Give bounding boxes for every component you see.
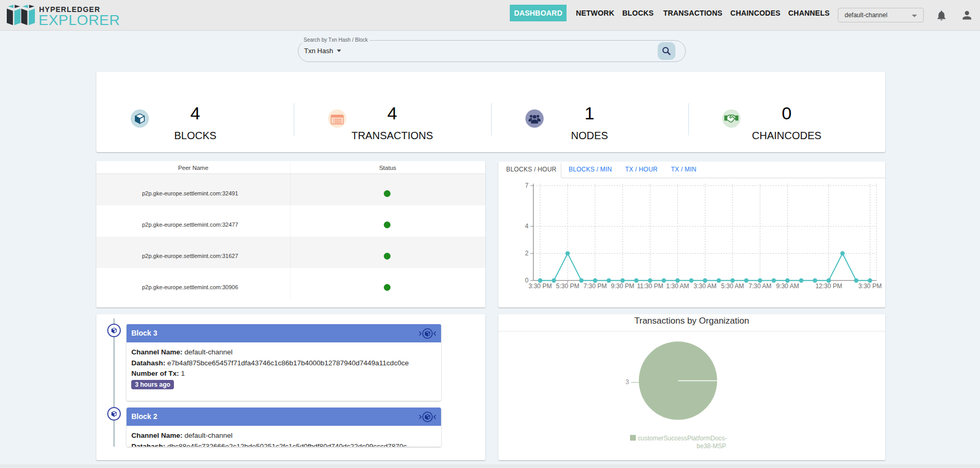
svg-text:EXPLORER: EXPLORER	[39, 12, 120, 27]
svg-text:3:30 AM: 3:30 AM	[694, 282, 717, 290]
svg-text:11:30 PM: 11:30 PM	[637, 282, 663, 290]
svg-text:2: 2	[525, 250, 529, 257]
svg-text:3:30 PM: 3:30 PM	[529, 282, 552, 290]
svg-text:7: 7	[525, 182, 529, 189]
svg-text:7:30 PM: 7:30 PM	[584, 282, 607, 290]
svg-text:be38-MSP: be38-MSP	[697, 442, 726, 450]
svg-text:4: 4	[525, 223, 529, 230]
svg-text:9:30 PM: 9:30 PM	[611, 282, 634, 290]
svg-text:12:30 PM: 12:30 PM	[815, 282, 842, 290]
svg-text:5:30 PM: 5:30 PM	[556, 282, 580, 290]
svg-text:7:30 AM: 7:30 AM	[749, 282, 772, 290]
svg-text:3:30 PM: 3:30 PM	[858, 282, 882, 290]
svg-text:9:30 AM: 9:30 AM	[776, 282, 799, 290]
svg-text:5:30 AM: 5:30 AM	[721, 282, 744, 290]
svg-text:3: 3	[625, 378, 629, 386]
svg-text:1:30 AM: 1:30 AM	[666, 282, 689, 290]
svg-text:customerSuccessPlatformDocs-: customerSuccessPlatformDocs-	[638, 435, 727, 442]
